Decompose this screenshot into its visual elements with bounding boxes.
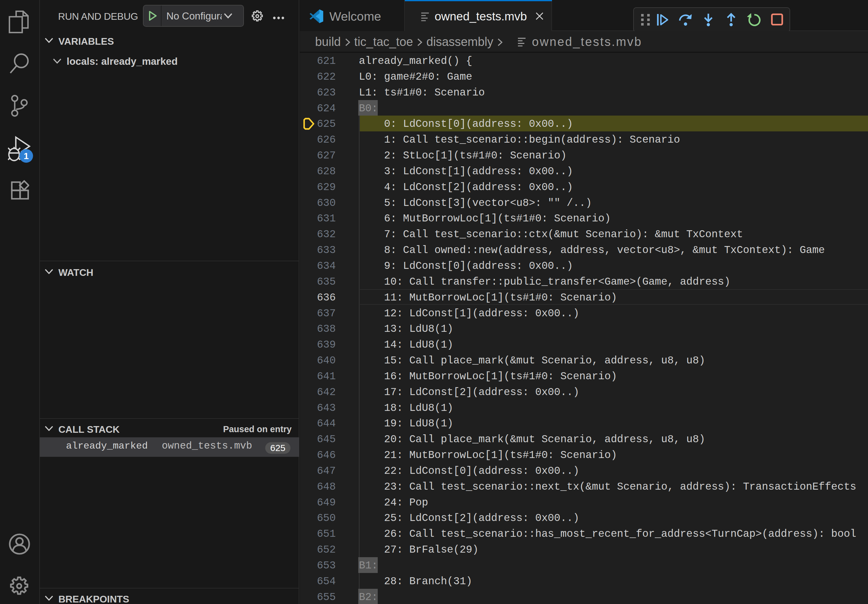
svg-text:1: 1 bbox=[24, 151, 29, 161]
